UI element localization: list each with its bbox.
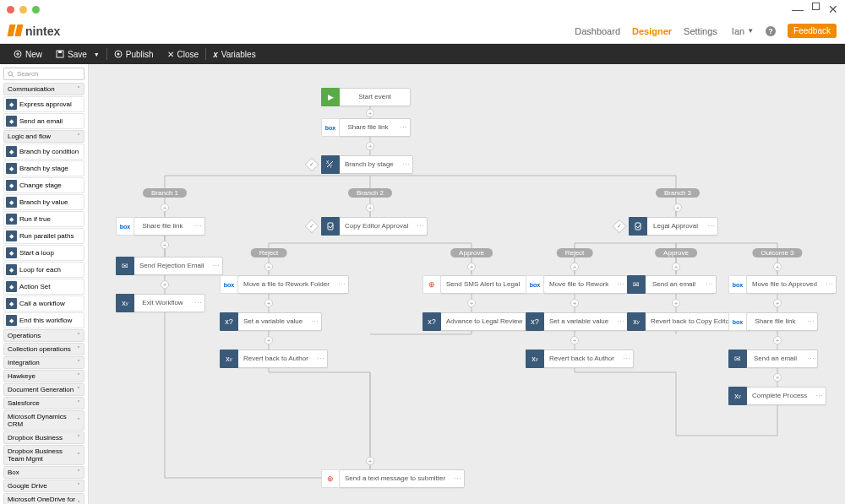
ellipsis-icon[interactable]: ⋯ xyxy=(308,317,321,326)
maximize-icon[interactable] xyxy=(812,3,820,10)
node-share-file-link-b1[interactable]: box Share file link⋯ xyxy=(116,217,205,236)
sidebar-group-logic-and-flow[interactable]: Logic and flow˄ xyxy=(3,130,84,143)
ellipsis-icon[interactable]: ⋯ xyxy=(704,222,717,230)
ellipsis-icon[interactable]: ⋯ xyxy=(812,392,826,400)
help-icon[interactable]: ? xyxy=(766,26,776,36)
node-share-file-link-o3[interactable]: box Share file link⋯ xyxy=(728,312,818,331)
node-exit-workflow[interactable]: xy Exit Workflow⋯ xyxy=(116,294,205,312)
ellipsis-icon[interactable]: ⋯ xyxy=(335,280,348,289)
node-copy-editor-approval[interactable]: Copy Editor Approval⋯ xyxy=(321,217,428,236)
add-connector[interactable]: + xyxy=(366,109,374,117)
sidebar-action-send-an-email[interactable]: ◆Send an email xyxy=(3,113,84,129)
new-button[interactable]: New xyxy=(7,44,49,64)
sidebar-group-dropbox-business[interactable]: Dropbox Business˅ xyxy=(3,431,84,444)
ellipsis-icon[interactable]: ⋯ xyxy=(313,355,327,363)
maximize-window-dot[interactable] xyxy=(32,6,40,14)
workflow-canvas[interactable]: ▶ Start event + box Share file link⋯ + X… xyxy=(89,64,845,504)
add-connector[interactable]: + xyxy=(673,203,682,212)
add-connector[interactable]: + xyxy=(773,263,782,271)
sidebar-action-action-set[interactable]: ◆Action Set xyxy=(3,279,84,295)
sidebar-action-branch-by-value[interactable]: ◆Branch by value xyxy=(3,194,84,210)
close-window-dot[interactable] xyxy=(7,6,14,14)
ellipsis-icon[interactable]: ⋯ xyxy=(191,299,204,307)
close-icon[interactable]: ✕ xyxy=(828,3,838,16)
node-complete-process[interactable]: xy Complete Process⋯ xyxy=(728,387,826,405)
ellipsis-icon[interactable]: ⋯ xyxy=(399,160,412,169)
node-move-file-approved[interactable]: box Move file to Approved⋯ xyxy=(728,275,837,294)
ellipsis-icon[interactable]: ⋯ xyxy=(804,355,817,363)
sidebar-group-dropbox-business-team-mgmt[interactable]: Dropbox Business Team Mgmt˅ xyxy=(3,445,84,465)
search-input[interactable]: Search xyxy=(3,68,84,80)
sidebar-group-document-generation[interactable]: Document Generation˅ xyxy=(3,383,84,396)
sidebar-group-hawkeye[interactable]: Hawkeye˅ xyxy=(3,370,84,382)
sidebar-group-integration[interactable]: Integration˅ xyxy=(3,356,84,369)
variables-button[interactable]: x Variables xyxy=(206,44,263,64)
node-move-file-rework[interactable]: box Move a file to Rework Folder⋯ xyxy=(220,275,349,294)
add-connector[interactable]: + xyxy=(467,299,476,307)
sidebar-action-call-a-workflow[interactable]: ◆Call a workflow xyxy=(3,295,84,312)
add-connector[interactable]: + xyxy=(570,263,579,271)
sidebar-group-communication[interactable]: Communication˄ xyxy=(3,83,84,95)
add-connector[interactable]: + xyxy=(366,142,374,150)
add-connector[interactable]: + xyxy=(467,263,476,271)
add-connector[interactable]: + xyxy=(773,373,782,382)
sidebar-group-collection-operations[interactable]: Collection operations˅ xyxy=(3,343,84,355)
add-connector[interactable]: + xyxy=(161,280,169,289)
node-set-variable-b3[interactable]: x? Set a variable value⋯ xyxy=(526,312,628,331)
sidebar-action-run-parallel-paths[interactable]: ◆Run parallel paths xyxy=(3,228,84,244)
save-button[interactable]: Save ▼ xyxy=(49,44,106,64)
nav-dashboard[interactable]: Dashboard xyxy=(575,26,620,36)
sidebar-group-microsoft-onedrive-for-business[interactable]: Microsoft OneDrive for Business˅ xyxy=(3,493,84,504)
add-connector[interactable]: + xyxy=(570,299,579,307)
add-connector[interactable]: + xyxy=(161,203,169,212)
ellipsis-icon[interactable]: ⋯ xyxy=(413,222,427,230)
nav-settings[interactable]: Settings xyxy=(684,26,717,36)
add-connector[interactable]: + xyxy=(264,336,273,344)
sidebar-group-microsoft-dynamics-crm[interactable]: Microsoft Dynamics CRM˅ xyxy=(3,410,84,431)
sidebar-action-branch-by-condition[interactable]: ◆Branch by condition xyxy=(3,144,84,160)
node-branch-by-stage[interactable]: XY Branch by stage⋯ xyxy=(321,155,413,174)
sidebar-group-operations[interactable]: Operations˅ xyxy=(3,329,84,342)
ellipsis-icon[interactable]: ⋯ xyxy=(702,280,716,289)
node-legal-approval[interactable]: Legal Approval⋯ xyxy=(629,217,718,236)
ellipsis-icon[interactable]: ⋯ xyxy=(619,355,633,363)
sidebar-action-loop-for-each[interactable]: ◆Loop for each xyxy=(3,262,84,278)
node-share-file-link[interactable]: box Share file link⋯ xyxy=(321,118,411,137)
add-connector[interactable]: + xyxy=(264,263,273,271)
node-send-rejection-email[interactable]: ✉ Send Rejection Email⋯ xyxy=(116,257,223,275)
add-connector[interactable]: + xyxy=(672,299,680,307)
sidebar-group-box[interactable]: Box˅ xyxy=(3,466,84,479)
add-connector[interactable]: + xyxy=(570,336,579,344)
add-connector[interactable]: + xyxy=(366,457,374,465)
sidebar-action-express-approval[interactable]: ◆Express approval xyxy=(3,96,84,112)
ellipsis-icon[interactable]: ⋯ xyxy=(209,262,222,270)
node-send-text-submitter[interactable]: ⊕ Send a text message to submitter⋯ xyxy=(321,469,465,488)
add-connector[interactable]: + xyxy=(264,299,273,307)
sidebar-action-change-stage[interactable]: ◆Change stage xyxy=(3,177,84,193)
ellipsis-icon[interactable]: ⋯ xyxy=(822,280,836,289)
node-move-file-rework-b3[interactable]: box Move file to Rework⋯ xyxy=(526,275,628,294)
node-start-event[interactable]: ▶ Start event xyxy=(321,88,411,106)
feedback-button[interactable]: Feedback xyxy=(788,24,837,38)
minimize-window-dot[interactable] xyxy=(19,6,27,14)
add-connector[interactable]: + xyxy=(773,336,782,344)
add-connector[interactable]: + xyxy=(773,299,782,307)
close-button[interactable]: ✕ Close xyxy=(161,44,206,64)
ellipsis-icon[interactable]: ⋯ xyxy=(804,317,817,326)
nintex-logo[interactable]: nintex xyxy=(8,24,60,38)
sidebar-action-branch-by-stage[interactable]: ◆Branch by stage xyxy=(3,160,84,176)
minimize-icon[interactable]: — xyxy=(792,3,804,16)
sidebar-group-google-drive[interactable]: Google Drive˅ xyxy=(3,480,84,492)
node-set-variable-b2[interactable]: x? Set a variable value⋯ xyxy=(220,312,322,331)
user-menu[interactable]: Ian ▼ xyxy=(729,26,754,36)
add-connector[interactable]: + xyxy=(161,241,169,249)
ellipsis-icon[interactable]: ⋯ xyxy=(613,280,627,289)
node-advance-legal[interactable]: x? Advance to Legal Review⋯ xyxy=(422,312,542,331)
nav-designer[interactable]: Designer xyxy=(632,26,672,36)
ellipsis-icon[interactable]: ⋯ xyxy=(396,123,410,132)
publish-button[interactable]: Publish xyxy=(107,44,161,64)
ellipsis-icon[interactable]: ⋯ xyxy=(450,474,464,483)
sidebar-group-salesforce[interactable]: Salesforce˅ xyxy=(3,397,84,409)
node-revert-author-b3[interactable]: xy Revert back to Author⋯ xyxy=(526,350,634,368)
node-send-email-o3[interactable]: ✉ Send an email⋯ xyxy=(728,350,818,368)
